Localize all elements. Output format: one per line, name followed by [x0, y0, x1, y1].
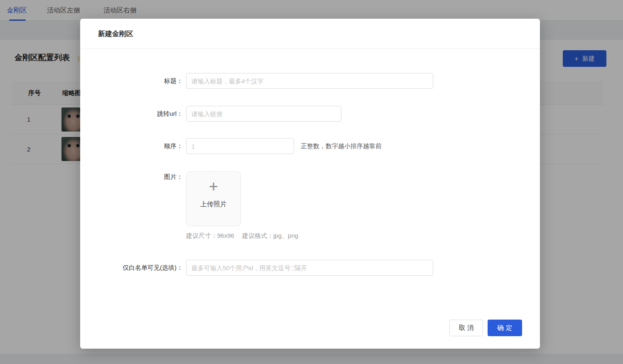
title-field-label: 标题： — [105, 73, 183, 89]
modal-title: 新建金刚区 — [98, 19, 133, 49]
url-field-label: 跳转url： — [105, 106, 183, 122]
image-hint-text: 建议尺寸：96x96 建议格式：jpg、png — [186, 230, 298, 242]
order-field-label: 顺序： — [105, 138, 183, 154]
image-field-label: 图片： — [105, 169, 183, 185]
whitelist-field-label: 仅白名单可见(选填)： — [105, 260, 183, 276]
plus-icon: + — [186, 178, 240, 194]
modal-header: 新建金刚区 — [80, 19, 540, 49]
upload-photo-label: 上传照片 — [186, 200, 240, 209]
jump-url-input[interactable] — [186, 106, 341, 122]
new-jingang-modal: 新建金刚区 标题： 跳转url： 顺序： 正整数，数字越小排序越靠前 图片： +… — [80, 19, 540, 349]
order-hint-text: 正整数，数字越小排序越靠前 — [301, 138, 382, 154]
whitelist-input[interactable] — [186, 260, 433, 276]
upload-photo-button[interactable]: + 上传照片 — [186, 171, 241, 226]
title-input[interactable] — [186, 73, 433, 89]
modal-body: 标题： 跳转url： 顺序： 正整数，数字越小排序越靠前 图片： + 上传照片 … — [80, 49, 540, 349]
confirm-button[interactable]: 确 定 — [488, 320, 522, 336]
order-input[interactable] — [186, 138, 294, 154]
cancel-button[interactable]: 取 消 — [449, 320, 483, 336]
